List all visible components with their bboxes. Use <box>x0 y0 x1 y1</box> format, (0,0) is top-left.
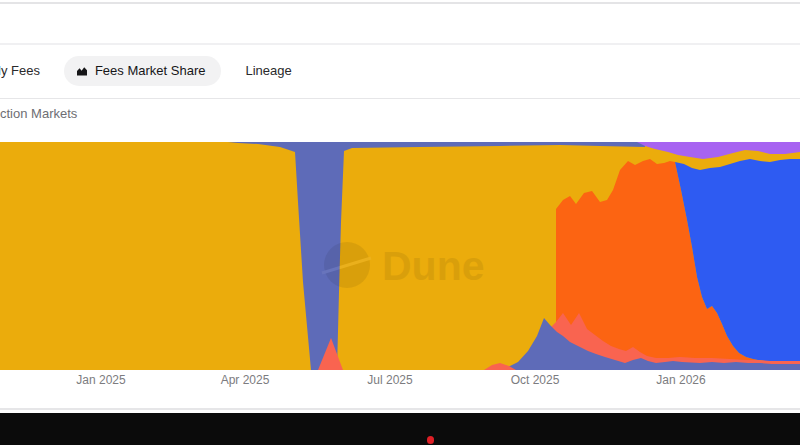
page-top-divider <box>0 2 800 4</box>
watermark-text: Dune <box>382 243 485 289</box>
x-axis-label: Oct 2025 <box>490 373 580 387</box>
x-axis-label: Apr 2025 <box>200 373 290 387</box>
x-axis-label: Jan 2025 <box>56 373 146 387</box>
stacked-area-chart[interactable]: Dune <box>0 142 800 370</box>
tab-fees-market-share-label: Fees Market Share <box>95 56 206 86</box>
x-axis-label: Jan 2026 <box>636 373 726 387</box>
footer-bar <box>0 413 800 445</box>
dune-watermark: Dune <box>322 242 485 289</box>
footer-divider <box>0 408 800 410</box>
area-chart-icon <box>76 65 88 77</box>
tabbar-bottom-divider <box>0 98 800 99</box>
x-axis-label: Jul 2025 <box>345 373 435 387</box>
tab-fees[interactable]: ly Fees <box>0 56 44 86</box>
x-axis: Jan 2025Apr 2025Jul 2025Oct 2025Jan 2026 <box>0 373 800 391</box>
red-indicator-dot <box>427 436 434 444</box>
tab-fees-market-share[interactable]: Fees Market Share <box>64 56 222 86</box>
chart-subtitle: ction Markets <box>0 106 77 121</box>
tab-lineage[interactable]: Lineage <box>241 56 295 86</box>
chart-tabbar: ly Fees Fees Market Share Lineage <box>0 44 800 98</box>
chart-canvas: Dune <box>0 142 800 370</box>
